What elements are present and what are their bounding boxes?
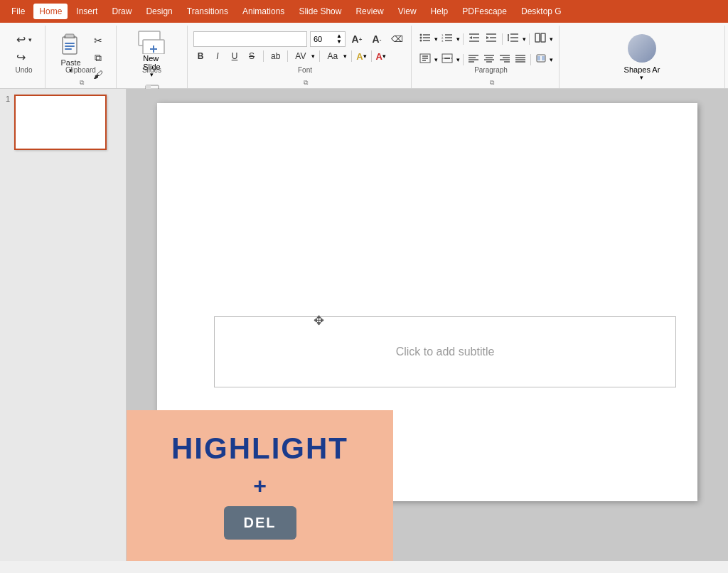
- undo-group-label: Undo: [3, 66, 45, 74]
- align-center-button[interactable]: [482, 53, 496, 66]
- menu-design[interactable]: Design: [140, 4, 178, 19]
- bullets-dropdown[interactable]: ▾: [434, 36, 438, 43]
- svg-rect-67: [542, 56, 545, 60]
- columns-button[interactable]: [532, 31, 548, 46]
- align-left-button[interactable]: [466, 53, 481, 66]
- shapes-circle-icon: [628, 34, 656, 63]
- undo-dropdown-icon[interactable]: ▾: [28, 36, 32, 43]
- font-group-label: Font: [193, 66, 417, 74]
- undo-icon: ↩: [16, 33, 26, 46]
- numbering-button[interactable]: 1.2.3.: [439, 31, 455, 46]
- columns-dropdown[interactable]: ▾: [550, 36, 553, 43]
- svg-point-14: [420, 34, 422, 36]
- shapes-arrange-button[interactable]: Shapes Ar ▾: [619, 31, 666, 84]
- text-align-vert-button[interactable]: [439, 52, 455, 67]
- clipboard-group: Paste ▾ ✂ ⧉ 🖌 Clipboard ⧉: [46, 26, 117, 88]
- font-aa-dropdown[interactable]: ▾: [343, 53, 347, 60]
- numbering-dropdown[interactable]: ▾: [456, 36, 460, 43]
- font-size-selector[interactable]: 60 ▲ ▼: [310, 31, 346, 47]
- font-aa-button[interactable]: Aa: [324, 50, 341, 63]
- paragraph-group: ▾ 1.2.3. ▾ ▾: [412, 26, 560, 88]
- redo-button[interactable]: ↪: [14, 49, 35, 65]
- svg-marker-27: [469, 36, 472, 39]
- bullets-button[interactable]: [417, 31, 433, 46]
- text-align-vert-dropdown[interactable]: ▾: [456, 56, 460, 63]
- del-button[interactable]: DEL: [224, 506, 296, 540]
- svg-point-18: [420, 40, 422, 42]
- underline-button[interactable]: U: [228, 50, 242, 63]
- smartart-button[interactable]: [534, 53, 548, 66]
- canvas-area: Click to add subtitle ✥ HIGHLIGHT + DEL: [127, 89, 728, 561]
- strikethrough-button[interactable]: S: [245, 50, 259, 63]
- svg-rect-4: [65, 45, 75, 47]
- menu-animations[interactable]: Animations: [237, 4, 290, 19]
- cursor-indicator: ✥: [314, 313, 324, 328]
- paste-icon: [58, 33, 84, 58]
- menu-draw[interactable]: Draw: [106, 4, 137, 19]
- svg-rect-41: [541, 33, 545, 42]
- increase-indent-button[interactable]: [483, 31, 499, 46]
- paragraph-expand-icon[interactable]: ⧉: [490, 79, 494, 87]
- shapes-dropdown-icon[interactable]: ▾: [640, 74, 643, 81]
- undo-group: ↩ ▾ ↪ Undo: [3, 26, 46, 88]
- text-case-button[interactable]: AV: [292, 50, 309, 63]
- slides-group: New Slide ▾: [117, 26, 188, 88]
- svg-rect-5: [65, 48, 72, 50]
- svg-point-16: [420, 37, 422, 39]
- menu-home[interactable]: Home: [33, 4, 68, 19]
- cut-button[interactable]: ✂: [90, 33, 107, 48]
- decrease-font-button[interactable]: A-: [368, 31, 385, 47]
- shapes-group: Shapes Ar ▾: [560, 26, 725, 88]
- bold-button[interactable]: B: [193, 50, 208, 63]
- increase-font-button[interactable]: A+: [348, 31, 365, 47]
- slides-group-label: Slides: [117, 66, 187, 74]
- text-highlight-button[interactable]: A ▾: [356, 51, 366, 62]
- plus-symbol: +: [253, 473, 267, 499]
- line-spacing-button[interactable]: [505, 31, 521, 46]
- highlight-overlay: HIGHLIGHT + DEL: [127, 410, 393, 561]
- ribbon: ↩ ▾ ↪ Undo: [0, 23, 728, 89]
- text-direction-dropdown[interactable]: ▾: [434, 56, 438, 63]
- svg-rect-2: [65, 34, 74, 38]
- text-case-dropdown[interactable]: ▾: [311, 53, 315, 60]
- slide-thumbnail[interactable]: [14, 95, 107, 150]
- redo-icon: ↪: [16, 50, 26, 64]
- undo-button[interactable]: ↩ ▾: [14, 31, 35, 48]
- font-group: 60 ▲ ▼ A+ A- ⌫ B I U S ab AV ▾: [188, 26, 412, 88]
- subtitle-placeholder-text: Click to add subtitle: [396, 346, 495, 358]
- shadow-button[interactable]: ab: [268, 50, 283, 63]
- slide-number: 1: [6, 95, 10, 103]
- menu-help[interactable]: Help: [425, 4, 454, 19]
- menu-desktop[interactable]: Desktop G: [515, 4, 567, 19]
- menu-file[interactable]: File: [6, 4, 31, 19]
- menu-bar: File Home Insert Draw Design Transitions…: [0, 0, 728, 23]
- menu-pdfescape[interactable]: PDFescape: [456, 4, 513, 19]
- highlight-title: HIGHLIGHT: [171, 432, 348, 466]
- slide-thumb-container: 1: [6, 95, 120, 150]
- svg-rect-40: [535, 33, 540, 42]
- slide-panel: 1: [0, 89, 127, 561]
- align-right-button[interactable]: [498, 53, 512, 66]
- copy-button[interactable]: ⧉: [90, 50, 107, 65]
- decrease-indent-button[interactable]: [466, 31, 482, 46]
- text-direction-button[interactable]: [417, 52, 433, 67]
- svg-rect-3: [65, 43, 75, 44]
- font-color-button[interactable]: A ▾: [376, 51, 386, 62]
- menu-insert[interactable]: Insert: [70, 4, 103, 19]
- italic-button[interactable]: I: [210, 50, 225, 63]
- svg-text:3.: 3.: [441, 39, 444, 43]
- subtitle-placeholder[interactable]: Click to add subtitle: [214, 316, 676, 387]
- font-name-input[interactable]: [193, 31, 307, 47]
- menu-slideshow[interactable]: Slide Show: [293, 4, 347, 19]
- clipboard-group-label: Clipboard: [46, 66, 116, 74]
- menu-review[interactable]: Review: [350, 4, 389, 19]
- smartart-dropdown[interactable]: ▾: [550, 56, 553, 63]
- paragraph-group-label: Paragraph: [417, 66, 564, 74]
- font-expand-icon[interactable]: ⧉: [304, 79, 308, 87]
- clear-format-button[interactable]: ⌫: [388, 31, 405, 47]
- menu-view[interactable]: View: [392, 4, 422, 19]
- line-spacing-dropdown[interactable]: ▾: [523, 36, 526, 43]
- menu-transitions[interactable]: Transitions: [181, 4, 234, 19]
- clipboard-expand-icon[interactable]: ⧉: [80, 79, 84, 87]
- justify-button[interactable]: [513, 53, 528, 66]
